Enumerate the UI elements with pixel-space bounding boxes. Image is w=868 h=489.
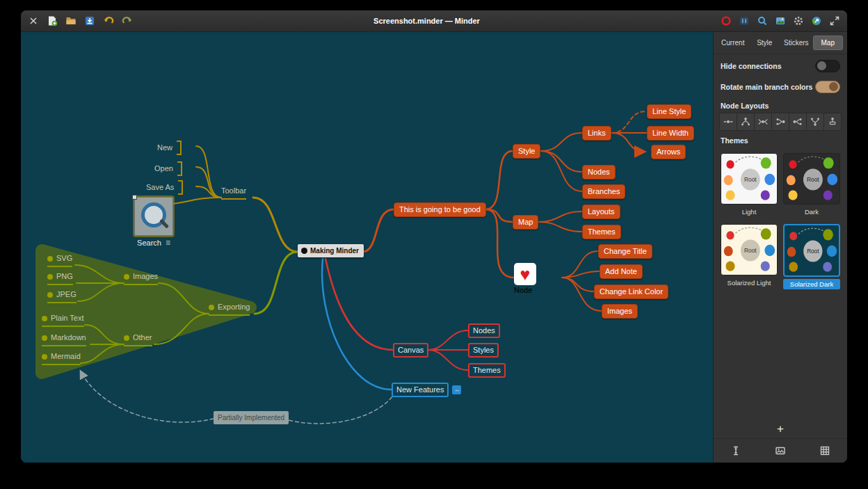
node-label: Layouts [588, 207, 615, 216]
layout-horizontal-button[interactable] [755, 113, 772, 131]
tab-map[interactable]: Map [813, 35, 844, 50]
board-icon[interactable] [739, 15, 750, 26]
node-mermaid[interactable]: Mermaid [42, 351, 81, 365]
resize-handle[interactable] [132, 195, 137, 200]
node-themes-map[interactable]: Themes [582, 225, 621, 239]
node-label: Style [518, 147, 535, 155]
window-title: Screenshot.minder — Minder [133, 17, 721, 25]
node-open[interactable]: Open [154, 161, 182, 178]
node-themes-red[interactable]: Themes [468, 363, 506, 378]
theme-preview: Root [721, 224, 778, 275]
node-plain-text[interactable]: Plain Text [42, 313, 84, 327]
node-other[interactable]: Other [124, 332, 152, 346]
theme-light[interactable]: RootLight [721, 153, 778, 217]
node-line-width[interactable]: Line Width [647, 126, 694, 141]
branch-bracket-icon [177, 161, 182, 176]
node-markdown[interactable]: Markdown [42, 332, 86, 346]
node-label: Line Width [652, 129, 689, 137]
layout-vertical-button[interactable] [737, 113, 755, 131]
node-map[interactable]: Map [513, 215, 538, 230]
branch-dot-icon [42, 335, 47, 341]
share-icon[interactable] [811, 15, 822, 26]
redo-icon[interactable] [122, 15, 133, 26]
search-icon[interactable] [757, 15, 768, 26]
node-svg[interactable]: SVG [47, 253, 72, 267]
record-icon[interactable] [721, 15, 732, 26]
tab-current[interactable]: Current [718, 35, 748, 50]
image-icon[interactable] [775, 445, 786, 456]
node-change-title[interactable]: Change Title [598, 244, 652, 259]
add-theme-button[interactable]: + [773, 422, 788, 435]
toggle-knob [817, 61, 826, 70]
note-menu-icon[interactable]: ≡ [166, 238, 170, 248]
branch-dot-icon [209, 305, 214, 310]
node-partially-implemented[interactable]: Partially Implemented [214, 411, 289, 424]
node-jpeg[interactable]: JPEG [47, 289, 77, 303]
theme-solarized-light[interactable]: RootSolarized Light [721, 224, 778, 289]
node-nodes-red[interactable]: Nodes [468, 323, 500, 338]
node-images-node[interactable]: Images [602, 304, 638, 319]
hide-connections-toggle[interactable] [815, 60, 840, 72]
branch-dot-icon [124, 274, 129, 280]
node-label: Nodes [473, 326, 495, 335]
save-export-icon[interactable] [84, 15, 95, 26]
sidebar-bottom-bar [714, 438, 847, 463]
node-label: Links [588, 129, 606, 137]
undo-icon[interactable] [103, 15, 114, 26]
themes-grid: RootLightRootDarkRootSolarized LightRoot… [714, 147, 847, 295]
heart-icon: ♥ [514, 263, 536, 285]
layout-to-right-button[interactable] [789, 113, 807, 131]
resize-badge-icon[interactable]: ↔ [452, 385, 461, 394]
node-styles-red[interactable]: Styles [468, 343, 499, 358]
fullscreen-icon[interactable] [829, 15, 840, 26]
node-save-as[interactable]: Save As [146, 180, 183, 197]
node-label: New Features [396, 385, 444, 394]
desktop-background: Screenshot.minder — Minder [0, 0, 868, 489]
image-export-icon[interactable] [775, 15, 786, 26]
branch-bracket-icon [178, 180, 183, 195]
settings-icon[interactable] [793, 15, 804, 26]
grid-icon[interactable] [819, 445, 830, 456]
titlebar[interactable]: Screenshot.minder — Minder [21, 10, 847, 32]
node-add-note[interactable]: Add Note [600, 264, 643, 279]
node-heart-node[interactable]: ♥Node [514, 263, 536, 296]
node-links[interactable]: Links [582, 126, 611, 141]
rotate-branch-colors-toggle[interactable] [815, 81, 840, 93]
layout-downwards-button[interactable] [824, 113, 842, 131]
node-toolbar[interactable]: Toolbar [221, 186, 246, 200]
layout-manual-button[interactable] [719, 113, 737, 131]
node-png[interactable]: PNG [47, 271, 73, 285]
theme-preview: Root [783, 224, 840, 277]
close-icon[interactable] [28, 15, 39, 26]
layout-upwards-button[interactable] [807, 113, 824, 131]
tab-stickers[interactable]: Stickers [781, 35, 812, 50]
node-label: Making Minder [310, 246, 359, 256]
node-canvas-node[interactable]: Canvas [393, 343, 428, 358]
branch-dot-icon [47, 292, 53, 298]
open-folder-icon[interactable] [65, 15, 77, 26]
node-style[interactable]: Style [513, 144, 540, 159]
text-fit-icon[interactable] [730, 445, 741, 456]
mindmap-canvas[interactable]: Making MinderThis is going to be goodSty… [21, 32, 713, 463]
node-label: Save As [146, 182, 174, 193]
sidebar: CurrentStyleStickersMap Hide connections… [713, 32, 847, 463]
theme-solarized-dark[interactable]: RootSolarized Dark [783, 224, 840, 289]
node-search-node[interactable]: Search≡ [134, 197, 173, 248]
theme-dark[interactable]: RootDark [783, 153, 840, 217]
layout-to-left-button[interactable] [772, 113, 789, 131]
node-line-style[interactable]: Line Style [647, 104, 691, 119]
node-nodes-style[interactable]: Nodes [582, 165, 616, 179]
tab-style[interactable]: Style [750, 35, 780, 50]
node-new-features[interactable]: New Features↔ [392, 383, 449, 397]
node-branches[interactable]: Branches [582, 184, 625, 199]
node-images-left[interactable]: Images [124, 271, 158, 285]
node-this-is-going-to-be-good[interactable]: This is going to be good [394, 202, 486, 217]
node-new[interactable]: New [157, 141, 182, 157]
node-exporting[interactable]: Exporting [209, 302, 250, 316]
node-layouts[interactable]: Layouts [582, 205, 620, 219]
new-document-icon[interactable] [47, 15, 58, 26]
hide-connections-row: Hide connections [714, 54, 847, 75]
node-making-minder[interactable]: Making Minder [298, 244, 364, 257]
node-arrows[interactable]: Arrows [651, 145, 686, 159]
node-change-link-color[interactable]: Change Link Color [594, 284, 668, 299]
